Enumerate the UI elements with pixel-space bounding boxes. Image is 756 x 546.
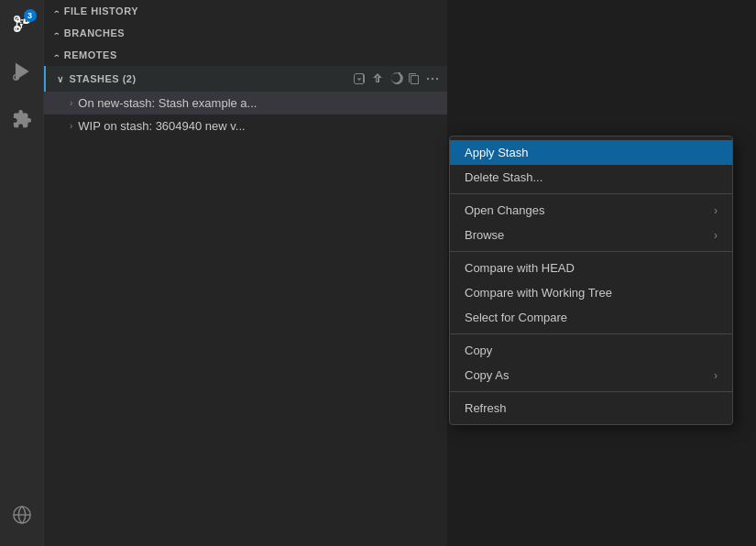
menu-apply-stash[interactable]: Apply Stash	[450, 140, 732, 165]
separator-2	[450, 251, 732, 252]
context-menu: Apply Stash Delete Stash... Open Changes…	[449, 136, 733, 425]
stash-item-1-chevron: ›	[70, 121, 72, 131]
svg-point-1	[14, 27, 19, 32]
stashes-label: STASHES (2)	[70, 73, 137, 84]
stash-item-1[interactable]: › WIP on stash: 3604940 new v...	[44, 115, 447, 137]
browse-arrow: ›	[714, 229, 718, 242]
separator-1	[450, 193, 732, 194]
menu-copy-label: Copy	[465, 344, 492, 357]
svg-point-0	[14, 16, 19, 22]
stash-item-0-label: On new-stash: Stash example a...	[78, 96, 257, 110]
run-debug-icon[interactable]	[5, 55, 38, 88]
open-changes-arrow: ›	[714, 204, 718, 217]
svg-point-9	[427, 78, 429, 80]
remotes-section[interactable]: › REMOTES	[44, 44, 447, 66]
menu-refresh[interactable]: Refresh	[450, 396, 732, 420]
branches-section[interactable]: › BRANCHES	[44, 22, 447, 44]
stashes-header-left: ∨ STASHES (2)	[57, 73, 137, 84]
sidebar: › FILE HISTORY › BRANCHES › REMOTES ∨ ST…	[44, 0, 447, 546]
menu-copy-as[interactable]: Copy As ›	[450, 363, 732, 388]
menu-open-changes-label: Open Changes	[465, 203, 544, 217]
refresh-icon[interactable]	[389, 71, 403, 86]
file-history-chevron: ›	[51, 9, 61, 13]
branches-label: BRANCHES	[64, 27, 125, 38]
menu-compare-working-tree[interactable]: Compare with Working Tree	[450, 280, 732, 305]
menu-browse[interactable]: Browse ›	[450, 223, 732, 247]
svg-marker-4	[16, 64, 27, 80]
extensions-icon[interactable]	[5, 103, 38, 136]
file-history-section[interactable]: › FILE HISTORY	[44, 0, 447, 22]
menu-select-compare-label: Select for Compare	[465, 311, 567, 324]
git-graph-icon[interactable]	[5, 498, 38, 531]
menu-delete-stash[interactable]: Delete Stash...	[450, 165, 732, 190]
stashes-chevron: ∨	[57, 74, 64, 84]
remotes-label: REMOTES	[64, 49, 117, 60]
menu-apply-stash-label: Apply Stash	[465, 146, 528, 159]
source-control-badge: 3	[24, 9, 37, 22]
stashes-toolbar	[352, 71, 440, 86]
menu-compare-head[interactable]: Compare with HEAD	[450, 256, 732, 280]
stash-icon[interactable]	[352, 71, 367, 86]
upload-icon[interactable]	[370, 71, 385, 86]
menu-copy-as-label: Copy As	[465, 368, 509, 382]
remotes-chevron: ›	[51, 53, 61, 57]
separator-3	[450, 333, 732, 334]
stash-item-1-label: WIP on stash: 3604940 new v...	[78, 119, 245, 133]
menu-select-compare[interactable]: Select for Compare	[450, 305, 732, 330]
stash-item-0-chevron: ›	[70, 98, 72, 108]
copy-icon[interactable]	[407, 71, 422, 86]
svg-point-11	[436, 78, 438, 80]
branches-chevron: ›	[51, 31, 61, 35]
activity-bar: 3	[0, 0, 44, 546]
source-control-icon[interactable]: 3	[5, 7, 38, 40]
menu-open-changes[interactable]: Open Changes ›	[450, 198, 732, 223]
stashes-section[interactable]: ∨ STASHES (2)	[44, 66, 447, 92]
separator-4	[450, 391, 732, 392]
menu-delete-stash-label: Delete Stash...	[465, 170, 542, 184]
menu-compare-head-label: Compare with HEAD	[465, 261, 575, 275]
menu-refresh-label: Refresh	[465, 401, 507, 415]
file-history-label: FILE HISTORY	[64, 5, 138, 16]
more-icon[interactable]	[425, 71, 440, 86]
menu-compare-working-tree-label: Compare with Working Tree	[465, 286, 612, 300]
svg-point-10	[432, 78, 433, 80]
copy-as-arrow: ›	[714, 369, 718, 382]
menu-browse-label: Browse	[465, 228, 504, 242]
stash-item-0[interactable]: › On new-stash: Stash example a...	[44, 92, 447, 115]
menu-copy[interactable]: Copy	[450, 338, 732, 363]
